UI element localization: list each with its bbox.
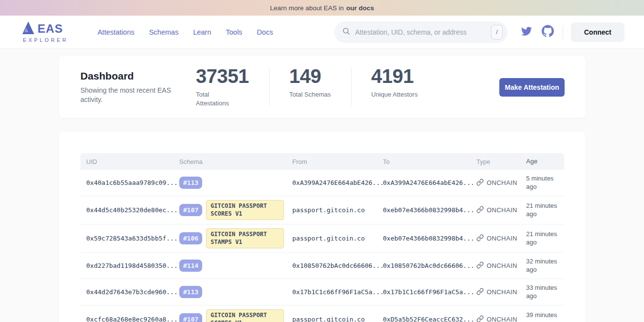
type-cell: ONCHAIN bbox=[476, 234, 526, 243]
type-label: ONCHAIN bbox=[487, 235, 517, 242]
uid-cell[interactable]: 0x40a1c6b55aaa9789c09... bbox=[80, 179, 179, 186]
stat-label: Total Attestations bbox=[196, 90, 242, 107]
attestations-table-card: UIDSchemaFromToTypeAge 0x40a1c6b55aaa978… bbox=[59, 132, 586, 322]
stat-2: 4191Unique Attestors bbox=[371, 66, 417, 107]
type-label: ONCHAIN bbox=[487, 262, 517, 269]
to-cell[interactable]: 0xA399A2476E664abE426... bbox=[383, 179, 476, 186]
to-cell[interactable]: 0x17b1C1c66fF96F1aC5a... bbox=[383, 288, 476, 296]
from-cell[interactable]: passport.gitcoin.co bbox=[292, 235, 383, 242]
header-divider bbox=[563, 25, 563, 39]
age-cell: 39 minutes ago bbox=[526, 311, 564, 322]
stat-label: Total Schemas bbox=[289, 90, 331, 99]
schema-id-badge[interactable]: #106 bbox=[179, 232, 202, 244]
column-header-from: From bbox=[292, 158, 383, 165]
uid-cell[interactable]: 0x44d5c40b25320de80ec... bbox=[80, 206, 179, 214]
to-cell[interactable]: 0xeb07e4366b0832998b4... bbox=[383, 206, 476, 214]
from-cell[interactable]: passport.gitcoin.co bbox=[292, 206, 383, 214]
attestations-table: UIDSchemaFromToTypeAge 0x40a1c6b55aaa978… bbox=[80, 153, 564, 322]
chain-link-icon bbox=[476, 315, 484, 322]
column-header-type: Type bbox=[476, 158, 526, 165]
from-cell[interactable]: 0x17b1C1c66fF96F1aC5a... bbox=[292, 288, 383, 296]
from-cell[interactable]: 0xA399A2476E664abE426... bbox=[292, 179, 383, 186]
nav-item-schemas[interactable]: Schemas bbox=[149, 28, 178, 36]
table-row[interactable]: 0x44d5c40b25320de80ec...#107GITCOIN PASS… bbox=[80, 196, 564, 224]
table-row[interactable]: 0xd227bad1198d4580350...#1140x10850762bA… bbox=[80, 253, 564, 279]
age-cell: 33 minutes ago bbox=[526, 284, 564, 301]
logo-subtitle: EXPLORER bbox=[22, 37, 68, 43]
schema-cell: #107GITCOIN PASSPORT SCORES V1 bbox=[179, 309, 292, 322]
type-label: ONCHAIN bbox=[487, 206, 517, 214]
schema-name-tag[interactable]: GITCOIN PASSPORT SCORES V1 bbox=[206, 309, 284, 322]
type-cell: ONCHAIN bbox=[476, 262, 526, 270]
twitter-icon[interactable] bbox=[520, 26, 533, 39]
stat-divider bbox=[351, 68, 352, 105]
stat-1: 149Total Schemas bbox=[289, 66, 331, 107]
type-label: ONCHAIN bbox=[487, 316, 517, 322]
schema-name-tag[interactable]: GITCOIN PASSPORT SCORES V1 bbox=[206, 200, 284, 220]
nav-item-learn[interactable]: Learn bbox=[193, 28, 211, 36]
chain-link-icon bbox=[476, 234, 484, 243]
stat-value: 37351 bbox=[196, 66, 249, 86]
column-header-to: To bbox=[383, 158, 476, 165]
schema-id-badge[interactable]: #107 bbox=[179, 204, 202, 216]
main-nav: AttestationsSchemasLearnToolsDocs bbox=[97, 28, 273, 36]
table-header-row: UIDSchemaFromToTypeAge bbox=[80, 153, 564, 170]
nav-item-attestations[interactable]: Attestations bbox=[97, 28, 134, 36]
search-input[interactable] bbox=[355, 28, 491, 36]
age-cell: 32 minutes ago bbox=[526, 258, 564, 274]
table-body: 0x40a1c6b55aaa9789c09...#1130xA399A2476E… bbox=[80, 170, 564, 322]
age-cell: 5 minutes ago bbox=[526, 175, 564, 191]
age-cell: 21 minutes ago bbox=[526, 202, 564, 219]
eas-logo[interactable]: EAS EXPLORER bbox=[22, 21, 68, 43]
stats-row: 37351Total Attestations149Total Schemas4… bbox=[196, 66, 417, 107]
nav-item-docs[interactable]: Docs bbox=[257, 28, 273, 36]
column-header-uid: UID bbox=[80, 158, 179, 165]
schema-name-tag[interactable]: GITCOIN PASSPORT STAMPS V1 bbox=[206, 228, 284, 248]
uid-cell[interactable]: 0x59c728543a633d5bb5f... bbox=[80, 235, 179, 242]
table-row[interactable]: 0x59c728543a633d5bb5f...#106GITCOIN PASS… bbox=[80, 224, 564, 253]
slash-shortcut-key: / bbox=[491, 25, 503, 40]
table-row[interactable]: 0x40a1c6b55aaa9789c09...#1130xA399A2476E… bbox=[80, 170, 564, 196]
stat-value: 149 bbox=[289, 66, 331, 86]
schema-id-badge[interactable]: #113 bbox=[179, 177, 202, 189]
nav-item-tools[interactable]: Tools bbox=[226, 28, 243, 36]
type-cell: ONCHAIN bbox=[476, 288, 526, 297]
table-row[interactable]: 0x44d2d7643e7b3cde960...#1130x17b1C1c66f… bbox=[80, 279, 564, 305]
make-attestation-button[interactable]: Make Attestation bbox=[499, 78, 565, 97]
to-cell[interactable]: 0xeb07e4366b0832998b4... bbox=[383, 235, 476, 242]
to-cell[interactable]: 0xD5a5b52F6CeaccEC632... bbox=[383, 316, 476, 322]
schema-id-badge[interactable]: #107 bbox=[179, 313, 202, 322]
connect-wallet-button[interactable]: Connect bbox=[571, 22, 625, 42]
to-cell[interactable]: 0x10850762bAc0dc66606... bbox=[383, 262, 476, 269]
banner-docs-link[interactable]: our docs bbox=[346, 4, 374, 12]
page-subtitle: Showing the most recent EAS activity. bbox=[80, 86, 175, 104]
from-cell[interactable]: passport.gitcoin.co bbox=[292, 316, 383, 322]
schema-id-badge[interactable]: #114 bbox=[179, 260, 202, 272]
type-label: ONCHAIN bbox=[487, 179, 517, 186]
uid-cell[interactable]: 0xd227bad1198d4580350... bbox=[80, 262, 179, 269]
type-cell: ONCHAIN bbox=[476, 206, 526, 215]
logo-title: EAS bbox=[38, 22, 63, 36]
banner-text: Learn more about EAS in bbox=[270, 4, 344, 12]
github-icon[interactable] bbox=[542, 25, 554, 39]
stat-divider bbox=[269, 68, 270, 105]
schema-cell: #113 bbox=[179, 286, 292, 298]
dashboard-card: Dashboard Showing the most recent EAS ac… bbox=[59, 56, 586, 118]
stat-value: 4191 bbox=[371, 66, 417, 86]
from-cell[interactable]: 0x10850762bAc0dc66606... bbox=[292, 262, 383, 269]
column-header-schema: Schema bbox=[179, 158, 292, 165]
uid-cell[interactable]: 0x44d2d7643e7b3cde960... bbox=[80, 288, 179, 296]
type-cell: ONCHAIN bbox=[476, 179, 526, 187]
chain-link-icon bbox=[476, 288, 484, 297]
schema-cell: #113 bbox=[179, 177, 292, 189]
stat-label: Unique Attestors bbox=[371, 90, 417, 99]
uid-cell[interactable]: 0xcfc68a268e8ec9260a8... bbox=[80, 316, 179, 322]
search-bar[interactable]: / bbox=[334, 21, 508, 43]
schema-id-badge[interactable]: #113 bbox=[179, 286, 202, 298]
table-row[interactable]: 0xcfc68a268e8ec9260a8...#107GITCOIN PASS… bbox=[80, 305, 564, 322]
chain-link-icon bbox=[476, 206, 484, 215]
schema-cell: #107GITCOIN PASSPORT SCORES V1 bbox=[179, 200, 292, 220]
eas-triangle-icon bbox=[22, 21, 35, 37]
announcement-banner: Learn more about EAS in our docs bbox=[0, 0, 644, 16]
type-label: ONCHAIN bbox=[487, 288, 517, 296]
